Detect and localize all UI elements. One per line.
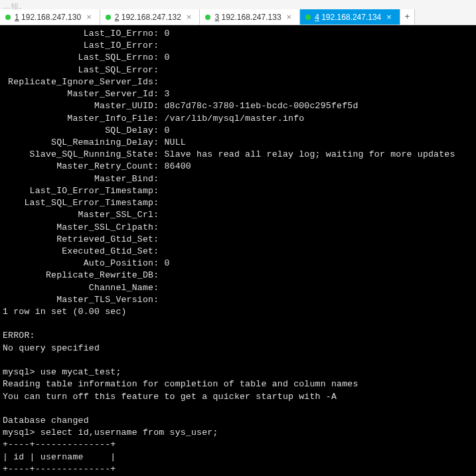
tab-accelerator: 3 [214, 13, 219, 22]
top-hint-text: ……钮。 [0, 0, 476, 9]
tab-1[interactable]: 1 192.168.247.130 × [0, 9, 100, 25]
tab-bar: 1 192.168.247.130 × 2 192.168.247.132 × … [0, 9, 476, 25]
tab-label: 192.168.247.134 [321, 13, 381, 22]
status-dot-icon [106, 15, 111, 20]
close-icon[interactable]: × [385, 12, 393, 22]
tab-2[interactable]: 2 192.168.247.132 × [100, 9, 200, 25]
tab-label: 192.168.247.132 [121, 13, 181, 22]
tab-accelerator: 2 [115, 13, 119, 22]
terminal-output[interactable]: Last_IO_Errno: 0 Last_IO_Error: Last_SQL… [0, 25, 476, 476]
tab-3[interactable]: 3 192.168.247.133 × [200, 9, 300, 25]
status-dot-icon [305, 15, 311, 20]
tab-accelerator: 4 [315, 13, 319, 22]
close-icon[interactable]: × [85, 12, 93, 22]
tab-label: 192.168.247.130 [21, 13, 81, 22]
tab-4[interactable]: 4 192.168.247.134 × [300, 9, 400, 25]
close-icon[interactable]: × [285, 12, 293, 22]
tab-label: 192.168.247.133 [221, 13, 281, 22]
status-dot-icon [205, 15, 210, 20]
tab-accelerator: 1 [15, 13, 19, 22]
add-tab-button[interactable]: + [400, 9, 415, 25]
status-dot-icon [5, 15, 11, 20]
close-icon[interactable]: × [185, 12, 193, 22]
